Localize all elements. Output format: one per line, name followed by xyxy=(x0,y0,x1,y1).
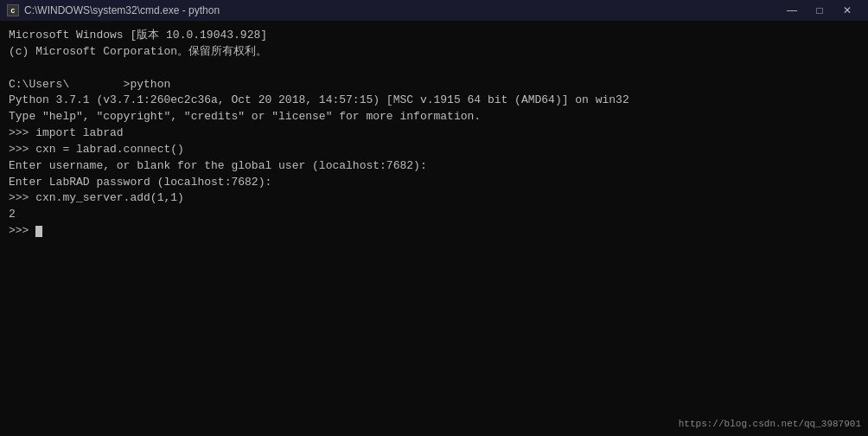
terminal-line-7: >>> import labrad xyxy=(9,125,859,142)
terminal-line-8: >>> cxn = labrad.connect() xyxy=(9,142,859,158)
minimize-button[interactable]: — xyxy=(778,0,806,21)
cmd-icon: C xyxy=(7,4,19,16)
terminal-line-6: Type "help", "copyright", "credits" or "… xyxy=(9,109,859,125)
terminal-line-2: (c) Microsoft Corporation。保留所有权利。 xyxy=(9,44,859,61)
window-controls: — □ ✕ xyxy=(778,0,861,21)
watermark: https://blog.csdn.net/qq_3987901 xyxy=(679,419,861,429)
terminal-line-13: >>> xyxy=(9,223,859,240)
cursor xyxy=(35,226,42,237)
terminal-line-9: Enter username, or blank for the global … xyxy=(9,158,859,175)
cmd-window: C C:\WINDOWS\system32\cmd.exe - python —… xyxy=(0,0,868,436)
maximize-button[interactable]: □ xyxy=(806,0,833,21)
title-bar: C C:\WINDOWS\system32\cmd.exe - python —… xyxy=(0,0,868,21)
window-title: C:\WINDOWS\system32\cmd.exe - python xyxy=(24,4,220,16)
terminal-line-4: C:\Users\ >python xyxy=(9,77,859,93)
terminal-line-3 xyxy=(9,61,859,77)
close-button[interactable]: ✕ xyxy=(833,0,861,21)
terminal-line-12: 2 xyxy=(9,207,859,223)
terminal-line-11: >>> cxn.my_server.add(1,1) xyxy=(9,190,859,207)
title-bar-left: C C:\WINDOWS\system32\cmd.exe - python xyxy=(7,4,220,16)
terminal-line-1: Microsoft Windows [版本 10.0.19043.928] xyxy=(9,28,859,44)
terminal-line-5: Python 3.7.1 (v3.7.1:260ec2c36a, Oct 20 … xyxy=(9,93,859,109)
terminal-line-10: Enter LabRAD password (localhost:7682): xyxy=(9,175,859,191)
terminal-body[interactable]: Microsoft Windows [版本 10.0.19043.928] (c… xyxy=(0,21,868,436)
